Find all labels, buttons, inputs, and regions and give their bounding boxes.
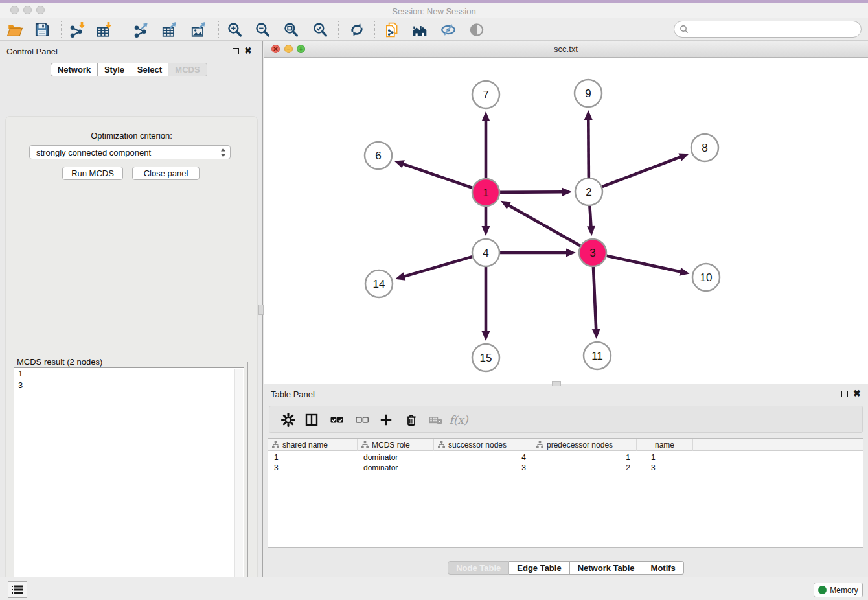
clone-network-icon[interactable]: [381, 20, 403, 39]
optimization-criterion-dropdown[interactable]: strongly connected component: [29, 145, 231, 159]
cell-name[interactable]: 1: [637, 452, 693, 463]
mcds-result-group: MCDS result (2 nodes) 13: [10, 362, 248, 600]
tab-style[interactable]: Style: [98, 63, 131, 76]
memory-button[interactable]: Memory: [814, 583, 863, 597]
select-all-columns-icon[interactable]: [326, 411, 347, 429]
refresh-layout-icon[interactable]: [346, 20, 368, 39]
result-scrollbar[interactable]: [234, 369, 243, 597]
column-header-name[interactable]: name: [637, 439, 693, 451]
node-label-3: 3: [589, 247, 595, 259]
cell-mcds-role[interactable]: dominator: [358, 463, 434, 473]
status-bar: Memory: [0, 577, 868, 600]
cell-predecessor-nodes[interactable]: 2: [532, 463, 637, 473]
zoom-in-icon[interactable]: [223, 20, 246, 39]
tab-select[interactable]: Select: [131, 63, 168, 76]
network-canvas[interactable]: 7968124314101511: [264, 58, 868, 384]
add-column-icon[interactable]: [376, 411, 396, 429]
deselect-all-columns-icon[interactable]: [352, 411, 372, 429]
delete-column-icon[interactable]: [401, 411, 422, 429]
table-row[interactable]: 3dominator323: [268, 463, 863, 473]
node-label-7: 7: [483, 89, 488, 101]
edge-3-1[interactable]: [508, 205, 580, 246]
network-window-titlebar[interactable]: ✕ − + scc.txt: [264, 41, 868, 58]
export-network-icon[interactable]: [130, 20, 152, 39]
table-row[interactable]: 1dominator411: [268, 452, 863, 463]
tab-node-table[interactable]: Node Table: [448, 561, 509, 575]
search-field[interactable]: [674, 21, 862, 38]
vertical-splitter-handle[interactable]: [258, 305, 264, 315]
zoom-selected-icon[interactable]: [309, 20, 331, 39]
hierarchy-icon: [536, 441, 543, 448]
cell-shared-name[interactable]: 1: [268, 452, 358, 463]
arrowhead-2-8: [678, 153, 689, 161]
tab-mcds[interactable]: MCDS: [168, 63, 207, 76]
node-label-2: 2: [586, 186, 591, 198]
zoom-fit-icon[interactable]: [280, 20, 302, 39]
node-label-14: 14: [373, 278, 385, 290]
edge-2-3[interactable]: [589, 206, 591, 227]
edge-3-10[interactable]: [606, 256, 681, 272]
float-table-panel-icon[interactable]: [841, 391, 848, 397]
task-history-button[interactable]: [8, 581, 27, 598]
column-header-mcds-role[interactable]: MCDS role: [358, 439, 434, 451]
control-panel-tabs: NetworkStyleSelectMCDS: [51, 63, 212, 76]
save-session-icon[interactable]: [31, 20, 53, 39]
edge-2-8[interactable]: [602, 157, 681, 187]
tab-edge-table[interactable]: Edge Table: [509, 561, 569, 575]
float-panel-icon[interactable]: [233, 48, 239, 54]
column-label: predecessor nodes: [547, 441, 613, 450]
dropdown-value: strongly connected component: [36, 148, 220, 157]
hide-selected-icon[interactable]: [437, 20, 459, 39]
dropdown-arrows-icon: [220, 148, 226, 157]
arrowhead-2-9: [584, 110, 593, 120]
close-table-panel-icon[interactable]: ✖: [853, 390, 861, 397]
toggle-columns-icon[interactable]: [301, 411, 322, 429]
edge-3-11[interactable]: [593, 267, 596, 330]
tab-network-table[interactable]: Network Table: [570, 561, 643, 575]
settings-gear-icon[interactable]: [278, 411, 299, 429]
first-neighbors-icon[interactable]: [409, 20, 431, 39]
cell-shared-name[interactable]: 3: [268, 463, 358, 473]
column-header-predecessor-nodes[interactable]: predecessor nodes: [532, 439, 637, 451]
hierarchy-icon: [361, 441, 369, 448]
function-builder-icon: f(x): [448, 411, 469, 429]
column-label: shared name: [282, 441, 328, 450]
tab-motifs[interactable]: Motifs: [643, 561, 684, 575]
edge-1-2[interactable]: [500, 192, 564, 192]
edge-4-14[interactable]: [403, 257, 472, 277]
mcds-result-title: MCDS result (2 nodes): [14, 357, 105, 367]
window-title: Session: New Session: [0, 6, 868, 16]
close-panel-icon[interactable]: ✖: [244, 47, 252, 54]
toolbar-separator: [374, 21, 375, 38]
close-panel-button[interactable]: Close panel: [132, 167, 200, 180]
mcds-result-textarea[interactable]: 13: [14, 367, 244, 597]
open-folder-icon[interactable]: [4, 20, 26, 39]
zoom-out-icon[interactable]: [251, 20, 273, 39]
toolbar-separator: [338, 21, 339, 38]
toolbar-separator: [61, 21, 62, 38]
toolbar-separator: [124, 21, 124, 38]
edge-1-6[interactable]: [402, 164, 472, 188]
horizontal-splitter-handle[interactable]: [552, 381, 561, 386]
tab-network[interactable]: Network: [51, 63, 98, 76]
import-network-icon[interactable]: [66, 20, 88, 39]
import-table-icon[interactable]: [93, 20, 115, 39]
cell-name[interactable]: 3: [637, 463, 693, 473]
main-titlebar: Session: New Session: [0, 3, 868, 18]
column-header-shared-name[interactable]: shared name: [268, 439, 358, 451]
cell-successor-nodes[interactable]: 3: [434, 463, 532, 473]
cell-mcds-role[interactable]: dominator: [358, 452, 434, 463]
node-table[interactable]: shared nameMCDS rolesuccessor nodesprede…: [268, 438, 863, 548]
column-header-successor-nodes[interactable]: successor nodes: [434, 439, 532, 451]
cell-successor-nodes[interactable]: 4: [434, 452, 532, 463]
cell-predecessor-nodes[interactable]: 1: [532, 452, 637, 463]
export-image-icon[interactable]: [187, 20, 209, 39]
search-input[interactable]: [689, 23, 861, 36]
table-panel-tabs: Node TableEdge TableNetwork TableMotifs: [264, 561, 868, 575]
table-panel: Table Panel ✖ f(x) shared nameMCDS roles…: [264, 386, 868, 577]
run-mcds-button[interactable]: Run MCDS: [62, 167, 123, 180]
edge-2-9[interactable]: [588, 119, 589, 178]
export-table-icon[interactable]: [158, 20, 180, 39]
network-graph: 7968124314101511: [264, 58, 868, 384]
mcds-result-node: 3: [14, 380, 244, 391]
